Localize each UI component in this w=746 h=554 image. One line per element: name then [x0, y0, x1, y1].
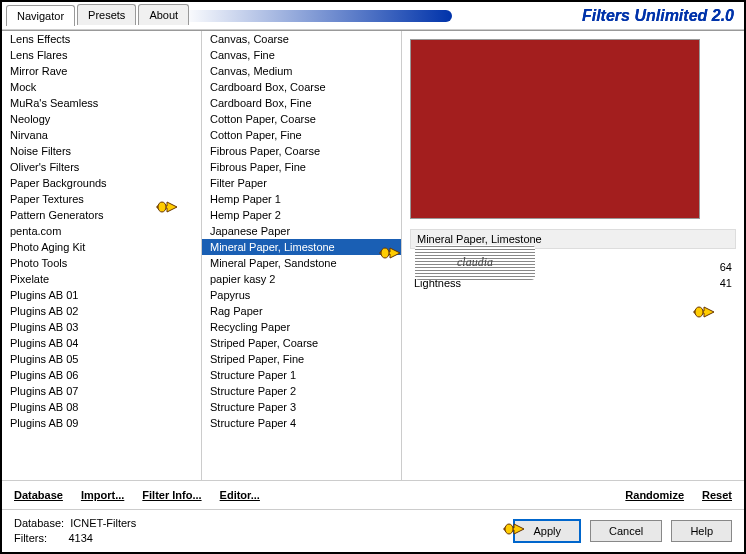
- reset-button[interactable]: Reset: [702, 489, 732, 501]
- param-value: 41: [720, 277, 732, 289]
- filter-item[interactable]: papier kasy 2: [202, 271, 401, 287]
- filter-item[interactable]: Cardboard Box, Coarse: [202, 79, 401, 95]
- category-item[interactable]: Photo Aging Kit: [2, 239, 201, 255]
- category-item[interactable]: Plugins AB 05: [2, 351, 201, 367]
- header-bar: NavigatorPresetsAbout Filters Unlimited …: [2, 2, 744, 30]
- filter-item[interactable]: Hemp Paper 1: [202, 191, 401, 207]
- annotation-pointer-icon: [155, 198, 179, 216]
- import-button[interactable]: Import...: [81, 489, 124, 501]
- param-value: 64: [720, 261, 732, 273]
- category-item[interactable]: Plugins AB 06: [2, 367, 201, 383]
- header-stripe: [182, 10, 452, 22]
- filter-item[interactable]: Mineral Paper, Sandstone: [202, 255, 401, 271]
- category-item[interactable]: Plugins AB 03: [2, 319, 201, 335]
- category-item[interactable]: Pixelate: [2, 271, 201, 287]
- category-item[interactable]: Plugins AB 01: [2, 287, 201, 303]
- toolbar: Database Import... Filter Info... Editor…: [2, 480, 744, 509]
- category-item[interactable]: Noise Filters: [2, 143, 201, 159]
- category-item[interactable]: Plugins AB 07: [2, 383, 201, 399]
- category-item[interactable]: Plugins AB 09: [2, 415, 201, 431]
- category-item[interactable]: Plugins AB 08: [2, 399, 201, 415]
- filter-item[interactable]: Structure Paper 1: [202, 367, 401, 383]
- filter-item[interactable]: Japanese Paper: [202, 223, 401, 239]
- annotation-pointer-icon: [692, 303, 716, 321]
- category-item[interactable]: Neology: [2, 111, 201, 127]
- category-item[interactable]: Oliver's Filters: [2, 159, 201, 175]
- category-item[interactable]: Mirror Rave: [2, 63, 201, 79]
- category-item[interactable]: Paper Backgrounds: [2, 175, 201, 191]
- category-list[interactable]: Lens EffectsLens FlaresMirror RaveMockMu…: [2, 31, 202, 480]
- status-db-label: Database:: [14, 517, 64, 529]
- filter-item[interactable]: Cotton Paper, Coarse: [202, 111, 401, 127]
- status-filters-label: Filters:: [14, 532, 47, 544]
- category-item[interactable]: Lens Flares: [2, 47, 201, 63]
- filter-item[interactable]: Canvas, Coarse: [202, 31, 401, 47]
- help-button[interactable]: Help: [671, 520, 732, 542]
- filter-item[interactable]: Papyrus: [202, 287, 401, 303]
- annotation-pointer-icon: [502, 520, 526, 538]
- filter-item[interactable]: Recycling Paper: [202, 319, 401, 335]
- filter-item[interactable]: Fibrous Paper, Fine: [202, 159, 401, 175]
- cancel-button[interactable]: Cancel: [590, 520, 662, 542]
- category-item[interactable]: penta.com: [2, 223, 201, 239]
- filter-item[interactable]: Canvas, Medium: [202, 63, 401, 79]
- filter-info-button[interactable]: Filter Info...: [142, 489, 201, 501]
- filter-item[interactable]: Canvas, Fine: [202, 47, 401, 63]
- filter-list[interactable]: Canvas, CoarseCanvas, FineCanvas, Medium…: [202, 31, 402, 480]
- filter-item[interactable]: Mineral Paper, Limestone: [202, 239, 401, 255]
- category-item[interactable]: Plugins AB 02: [2, 303, 201, 319]
- filter-item[interactable]: Rag Paper: [202, 303, 401, 319]
- watermark: claudia: [415, 245, 535, 280]
- tab-presets[interactable]: Presets: [77, 4, 136, 25]
- filter-item[interactable]: Structure Paper 2: [202, 383, 401, 399]
- filter-item[interactable]: Filter Paper: [202, 175, 401, 191]
- filter-item[interactable]: Striped Paper, Coarse: [202, 335, 401, 351]
- status-db-value: ICNET-Filters: [70, 517, 136, 529]
- status-filters-value: 4134: [68, 532, 92, 544]
- preview-image: [410, 39, 700, 219]
- filter-item[interactable]: Structure Paper 4: [202, 415, 401, 431]
- main-panel: Lens EffectsLens FlaresMirror RaveMockMu…: [2, 30, 744, 480]
- filter-item[interactable]: Cardboard Box, Fine: [202, 95, 401, 111]
- category-item[interactable]: Photo Tools: [2, 255, 201, 271]
- app-title: Filters Unlimited 2.0: [582, 7, 734, 25]
- category-item[interactable]: Lens Effects: [2, 31, 201, 47]
- filter-item[interactable]: Structure Paper 3: [202, 399, 401, 415]
- action-buttons: Apply Cancel Help: [507, 519, 732, 543]
- tabs: NavigatorPresetsAbout: [6, 4, 191, 25]
- filter-item[interactable]: Fibrous Paper, Coarse: [202, 143, 401, 159]
- watermark-text: claudia: [457, 255, 493, 270]
- category-item[interactable]: Plugins AB 04: [2, 335, 201, 351]
- annotation-pointer-icon: [378, 244, 402, 262]
- category-item[interactable]: Mock: [2, 79, 201, 95]
- tab-navigator[interactable]: Navigator: [6, 5, 75, 26]
- randomize-button[interactable]: Randomize: [625, 489, 684, 501]
- category-item[interactable]: MuRa's Seamless: [2, 95, 201, 111]
- tab-about[interactable]: About: [138, 4, 189, 25]
- editor-button[interactable]: Editor...: [220, 489, 260, 501]
- filter-item[interactable]: Striped Paper, Fine: [202, 351, 401, 367]
- status-bar: Database: ICNET-Filters Filters: 4134 Ap…: [2, 509, 744, 553]
- filter-item[interactable]: Hemp Paper 2: [202, 207, 401, 223]
- filter-item[interactable]: Cotton Paper, Fine: [202, 127, 401, 143]
- status-text: Database: ICNET-Filters Filters: 4134: [14, 516, 136, 547]
- category-item[interactable]: Nirvana: [2, 127, 201, 143]
- database-button[interactable]: Database: [14, 489, 63, 501]
